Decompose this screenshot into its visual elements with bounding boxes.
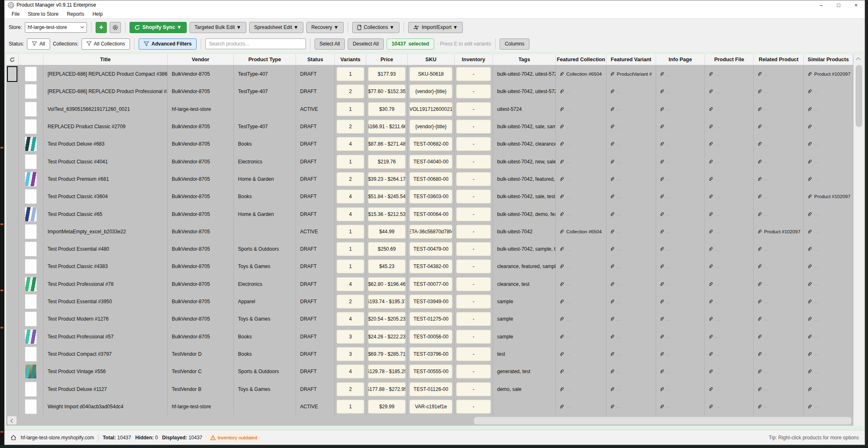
title-cell[interactable]: Test Product Professional #78 <box>43 276 168 293</box>
similar_products-cell[interactable]: ... <box>804 118 853 135</box>
price-editable-cell[interactable]: $24.26 - $222.23 <box>368 330 406 344</box>
vendor-cell[interactable]: BulkVendor-8705 <box>168 223 234 240</box>
menu-help[interactable]: Help <box>89 10 106 18</box>
column-header-similar_products[interactable]: Similar Products <box>804 54 853 65</box>
tags-cell[interactable]: bulk-uitest-7042, sale, sample <box>493 118 556 135</box>
info_page-cell[interactable]: ... <box>656 380 705 398</box>
price-editable-cell[interactable]: $20.54 - $205.23 <box>368 312 406 326</box>
product-image-placeholder[interactable] <box>25 311 37 326</box>
featured_collection-cell[interactable]: ... <box>556 363 606 380</box>
price-editable-cell[interactable]: $219.76 <box>368 155 406 169</box>
product_file-cell[interactable]: ... <box>705 83 754 100</box>
type-cell[interactable]: Home & Garden <box>234 170 296 188</box>
related_product-cell[interactable]: ... <box>754 328 804 345</box>
featured_variant-cell[interactable]: ... <box>606 153 656 170</box>
inventory-editable-cell[interactable]: - <box>456 155 491 169</box>
menu-reports[interactable]: Reports <box>63 10 88 18</box>
type-cell[interactable]: Books <box>234 135 296 153</box>
related_product-cell[interactable]: ... <box>754 363 804 380</box>
variants-editable-cell[interactable]: 1 <box>337 102 364 116</box>
inventory-editable-cell[interactable]: - <box>456 295 491 309</box>
type-cell[interactable]: Home & Garden <box>234 205 296 223</box>
column-header-img[interactable] <box>19 54 43 65</box>
info_page-cell[interactable]: ... <box>656 153 705 170</box>
column-header-featured_variant[interactable]: Featured Variant <box>606 54 656 65</box>
product_file-cell[interactable]: ... <box>705 293 754 310</box>
price-editable-cell[interactable]: $51.84 - $245.54 <box>368 189 406 204</box>
inventory-editable-cell[interactable]: - <box>456 120 491 134</box>
similar_products-cell[interactable]: ... <box>804 276 853 293</box>
vendor-cell[interactable]: BulkVendor-8705 <box>168 310 234 328</box>
info_page-cell[interactable]: ... <box>656 240 705 258</box>
variants-editable-cell[interactable]: 1 <box>337 242 364 256</box>
row-select-cell[interactable] <box>6 240 19 258</box>
status-cell[interactable]: ACTIVE <box>296 101 335 118</box>
vendor-cell[interactable]: TestVendor B <box>168 380 234 398</box>
horizontal-scrollbar[interactable] <box>6 415 853 426</box>
info_page-cell[interactable]: ... <box>656 293 705 310</box>
related_product-cell[interactable]: ... <box>754 118 804 135</box>
title-cell[interactable]: Test Product Essential #3950 <box>43 293 168 310</box>
sku-editable-cell[interactable]: TEST-04382-00 <box>409 259 452 273</box>
featured_variant-cell[interactable]: ... <box>606 276 656 293</box>
status-cell[interactable]: DRAFT <box>296 170 335 188</box>
sku-editable-cell[interactable]: {vendor}-{title} <box>409 84 452 98</box>
tags-cell[interactable]: clearance, test <box>493 276 556 293</box>
title-cell[interactable]: Test Product Modern #1276 <box>43 310 168 328</box>
refresh-column-header[interactable] <box>6 54 19 65</box>
title-cell[interactable]: VolTest_639051566219171260_0021 <box>43 101 168 118</box>
info_page-cell[interactable]: ... <box>656 170 705 188</box>
row-select-cell[interactable] <box>6 135 19 153</box>
row-select-cell[interactable] <box>6 276 19 293</box>
similar_products-cell[interactable]: ... <box>804 380 853 398</box>
sku-editable-cell[interactable]: VOL191712600021 <box>409 102 452 116</box>
related_product-cell[interactable]: ... <box>754 83 804 100</box>
similar_products-cell[interactable]: Product #102097 <box>804 188 853 205</box>
product_file-cell[interactable]: ... <box>705 65 754 83</box>
column-header-variants[interactable]: Variants <box>335 54 366 65</box>
deselect-all-button[interactable]: Deselect All <box>348 38 384 50</box>
scroll-left-button[interactable] <box>7 416 17 424</box>
info_page-cell[interactable]: ... <box>656 398 705 415</box>
price-editable-cell[interactable]: $69.79 - $285.71 <box>368 347 406 361</box>
title-cell[interactable]: Test Product Vintage #556 <box>43 363 168 380</box>
sku-editable-cell[interactable]: TEST-04040-00 <box>409 155 452 169</box>
tags-cell[interactable]: bulk-uitest-7042 <box>493 223 556 240</box>
related_product-cell[interactable]: ... <box>754 276 804 293</box>
type-cell[interactable]: Books <box>234 188 296 205</box>
inventory-editable-cell[interactable]: - <box>456 277 491 291</box>
title-cell[interactable]: Test Product Premium #681 <box>43 170 168 188</box>
featured_variant-cell[interactable]: ... <box>606 310 656 328</box>
type-cell[interactable]: TestType-407 <box>234 65 296 83</box>
sku-editable-cell[interactable]: TEST-00077-00 <box>409 277 452 291</box>
product_file-cell[interactable]: ... <box>705 101 754 118</box>
store-url[interactable]: hf-large-test-store.myshopify.com <box>21 435 94 441</box>
sku-editable-cell[interactable]: ETA-36c56870d78f4 <box>409 225 452 239</box>
variants-editable-cell[interactable]: 2 <box>337 172 364 186</box>
vertical-scrollbar[interactable] <box>853 54 864 426</box>
vendor-cell[interactable]: BulkVendor-8705 <box>168 118 234 135</box>
status-cell[interactable]: DRAFT <box>296 276 335 293</box>
price-editable-cell[interactable]: $193.74 - $195.37 <box>368 295 406 309</box>
featured_collection-cell[interactable]: ... <box>556 101 606 118</box>
vendor-cell[interactable]: BulkVendor-8705 <box>168 205 234 223</box>
related_product-cell[interactable]: Product #102097 <box>754 223 804 240</box>
type-cell[interactable]: Books <box>234 345 296 363</box>
inventory-editable-cell[interactable]: - <box>456 312 491 326</box>
inventory-editable-cell[interactable]: - <box>456 259 491 273</box>
product-image-thumbnail[interactable] <box>25 364 37 379</box>
vendor-cell[interactable]: BulkVendor-8705 <box>168 65 234 83</box>
sku-editable-cell[interactable]: TEST-03603-00 <box>409 189 452 204</box>
close-button[interactable]: × <box>847 0 865 10</box>
tags-cell[interactable]: bulk-uitest-7042, uitest-5724 <box>493 83 556 100</box>
similar_products-cell[interactable]: ... <box>804 223 853 240</box>
sku-editable-cell[interactable]: TEST-03949-00 <box>409 295 452 309</box>
price-editable-cell[interactable]: $87.86 - $271.48 <box>368 137 406 151</box>
inventory-editable-cell[interactable]: - <box>456 102 491 116</box>
settings-button[interactable] <box>110 22 121 33</box>
info_page-cell[interactable]: ... <box>656 65 705 83</box>
variants-editable-cell[interactable]: 2 <box>337 295 364 309</box>
variants-editable-cell[interactable]: 1 <box>337 67 364 81</box>
inventory-editable-cell[interactable]: - <box>456 67 491 81</box>
variants-editable-cell[interactable]: 4 <box>337 189 364 204</box>
